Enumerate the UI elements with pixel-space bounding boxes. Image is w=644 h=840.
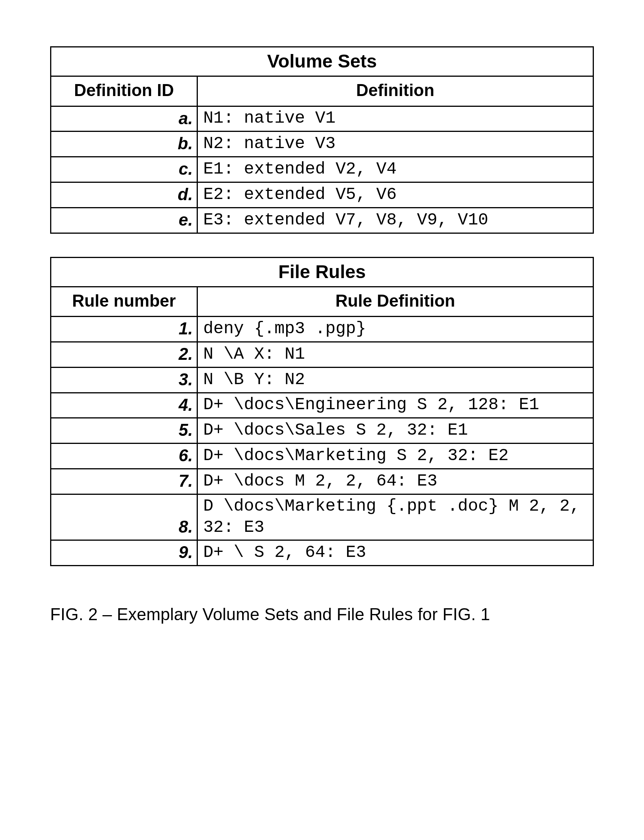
table-row: a. N1: native V1 — [51, 106, 593, 132]
rule-definition: D+ \ S 2, 64: E3 — [197, 540, 593, 565]
table-row: 7. D+ \docs M 2, 2, 64: E3 — [51, 469, 593, 494]
table-row: b. N2: native V3 — [51, 132, 593, 157]
rule-definition: D+ \docs M 2, 2, 64: E3 — [197, 469, 593, 494]
definition-text: E2: extended V5, V6 — [197, 182, 593, 207]
definition-text: N2: native V3 — [197, 132, 593, 157]
rule-definition: D+ \docs\Marketing S 2, 32: E2 — [197, 444, 593, 469]
rule-definition: D+ \docs\Engineering S 2, 128: E1 — [197, 393, 593, 418]
definition-id: b. — [51, 132, 197, 157]
table-row: 3. N \B Y: N2 — [51, 367, 593, 393]
table-title-row: Volume Sets — [51, 47, 593, 76]
table-row: 8. D \docs\Marketing {.ppt .doc} M 2, 2,… — [51, 494, 593, 540]
rule-number: 5. — [51, 418, 197, 444]
table-row: 4. D+ \docs\Engineering S 2, 128: E1 — [51, 393, 593, 418]
table-row: 5. D+ \docs\Sales S 2, 32: E1 — [51, 418, 593, 444]
file-rules-col2-header: Rule Definition — [197, 287, 593, 317]
volume-sets-col1-header: Definition ID — [51, 76, 197, 106]
rule-definition: D+ \docs\Sales S 2, 32: E1 — [197, 418, 593, 444]
file-rules-title: File Rules — [51, 257, 593, 287]
table-row: 1. deny {.mp3 .pgp} — [51, 317, 593, 342]
volume-sets-table: Volume Sets Definition ID Definition a. … — [50, 46, 594, 234]
rule-number: 7. — [51, 469, 197, 494]
table-header-row: Definition ID Definition — [51, 76, 593, 106]
volume-sets-title: Volume Sets — [51, 47, 593, 76]
rule-number: 4. — [51, 393, 197, 418]
file-rules-col1-header: Rule number — [51, 287, 197, 317]
rule-number: 9. — [51, 540, 197, 565]
table-row: e. E3: extended V7, V8, V9, V10 — [51, 207, 593, 233]
definition-id: d. — [51, 182, 197, 207]
definition-id: a. — [51, 106, 197, 132]
table-row: c. E1: extended V2, V4 — [51, 157, 593, 182]
tables-container: Volume Sets Definition ID Definition a. … — [50, 46, 594, 566]
table-row: 9. D+ \ S 2, 64: E3 — [51, 540, 593, 565]
rule-number: 6. — [51, 444, 197, 469]
rule-definition: N \B Y: N2 — [197, 367, 593, 393]
rule-number: 8. — [51, 494, 197, 540]
rule-number: 1. — [51, 317, 197, 342]
table-header-row: Rule number Rule Definition — [51, 287, 593, 317]
definition-text: E3: extended V7, V8, V9, V10 — [197, 207, 593, 233]
figure-caption: FIG. 2 – Exemplary Volume Sets and File … — [50, 605, 594, 624]
rule-definition: N \A X: N1 — [197, 342, 593, 367]
rule-number: 2. — [51, 342, 197, 367]
rule-definition: D \docs\Marketing {.ppt .doc} M 2, 2, 32… — [197, 494, 593, 540]
definition-id: c. — [51, 157, 197, 182]
table-row: d. E2: extended V5, V6 — [51, 182, 593, 207]
definition-text: N1: native V1 — [197, 106, 593, 132]
table-row: 6. D+ \docs\Marketing S 2, 32: E2 — [51, 444, 593, 469]
definition-text: E1: extended V2, V4 — [197, 157, 593, 182]
table-title-row: File Rules — [51, 257, 593, 287]
rule-definition: deny {.mp3 .pgp} — [197, 317, 593, 342]
table-row: 2. N \A X: N1 — [51, 342, 593, 367]
definition-id: e. — [51, 207, 197, 233]
volume-sets-col2-header: Definition — [197, 76, 593, 106]
file-rules-table: File Rules Rule number Rule Definition 1… — [50, 257, 594, 566]
rule-number: 3. — [51, 367, 197, 393]
